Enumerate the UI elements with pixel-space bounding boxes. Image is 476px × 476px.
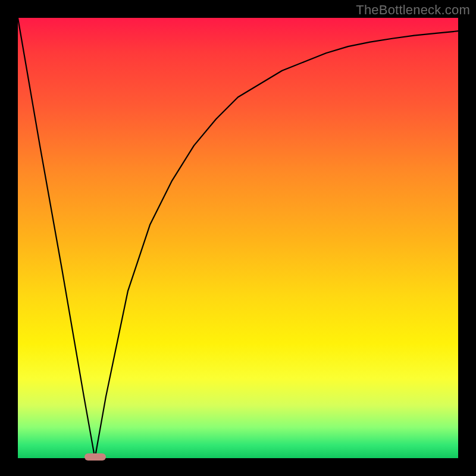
watermark-text: TheBottleneck.com xyxy=(356,2,470,18)
bottleneck-curve xyxy=(18,18,458,458)
chart-frame: TheBottleneck.com xyxy=(0,0,476,476)
minimum-marker xyxy=(84,453,106,461)
plot-area xyxy=(18,18,458,458)
